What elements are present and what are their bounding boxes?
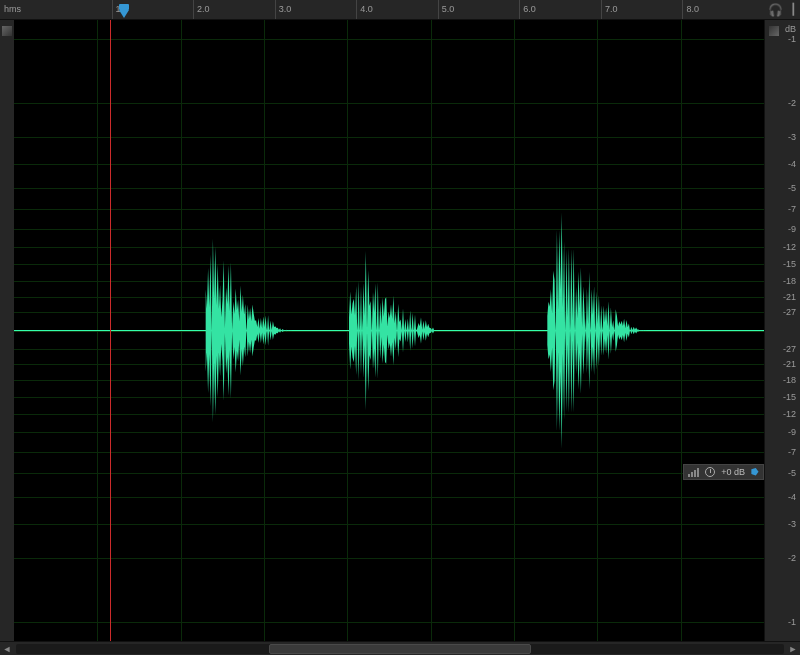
db-tick: -4	[788, 159, 796, 169]
ruler-tick: 8.0	[682, 0, 699, 19]
amplitude-gradient-icon[interactable]	[769, 26, 779, 36]
ruler-right-icons: 🎧 ┃	[764, 0, 800, 19]
level-bars-icon	[688, 467, 699, 477]
db-tick: -18	[783, 375, 796, 385]
db-tick: -1	[788, 34, 796, 44]
scrollbar-thumb[interactable]	[269, 644, 530, 654]
db-tick: -21	[783, 359, 796, 369]
db-tick: -7	[788, 204, 796, 214]
editor-main: +0 dB ⭓ dB -1-2-3-4-5-7-9-12-15-18-21-27…	[0, 20, 800, 641]
db-tick: -3	[788, 132, 796, 142]
ruler-tick: 4.0	[356, 0, 373, 19]
db-tick: -21	[783, 292, 796, 302]
scroll-right-arrow[interactable]: ►	[786, 644, 800, 654]
waveform-svg	[14, 20, 764, 641]
ruler-tick: 7.0	[601, 0, 618, 19]
db-tick: -5	[788, 183, 796, 193]
db-tick: -3	[788, 519, 796, 529]
pin-icon[interactable]: ⭓	[751, 467, 759, 477]
db-tick: -9	[788, 224, 796, 234]
ruler-tick: 2.0	[193, 0, 210, 19]
db-tick: -15	[783, 259, 796, 269]
db-tick: -27	[783, 307, 796, 317]
clock-icon	[705, 467, 715, 477]
db-tick: -12	[783, 242, 796, 252]
db-tick: -5	[788, 468, 796, 478]
timeline-ruler[interactable]: hms 1.02.03.04.05.06.07.08.09.0 🎧 ┃	[0, 0, 800, 20]
ruler-tick: 3.0	[275, 0, 292, 19]
db-tick: -2	[788, 553, 796, 563]
headphones-icon[interactable]: 🎧	[768, 3, 783, 17]
db-tick: -15	[783, 392, 796, 402]
gain-hud[interactable]: +0 dB ⭓	[683, 464, 764, 480]
db-tick: -4	[788, 492, 796, 502]
db-tick: -9	[788, 427, 796, 437]
horizontal-scrollbar[interactable]: ◄ ►	[0, 641, 800, 655]
time-unit-label: hms	[0, 0, 30, 19]
db-tick: -27	[783, 344, 796, 354]
audio-editor: hms 1.02.03.04.05.06.07.08.09.0 🎧 ┃ +0 d…	[0, 0, 800, 655]
db-tick: -7	[788, 447, 796, 457]
scrollbar-track[interactable]	[16, 644, 784, 654]
ruler-tick: 5.0	[438, 0, 455, 19]
db-tick: -18	[783, 276, 796, 286]
db-tick: -1	[788, 617, 796, 627]
db-tick: -2	[788, 98, 796, 108]
scroll-left-arrow[interactable]: ◄	[0, 644, 14, 654]
left-gutter	[0, 20, 14, 641]
playhead-marker[interactable]	[119, 10, 129, 18]
waveform-canvas[interactable]: +0 dB ⭓	[14, 20, 764, 641]
db-tick: -12	[783, 409, 796, 419]
gain-readout: +0 dB	[721, 467, 745, 477]
mic-icon[interactable]: ┃	[790, 3, 797, 16]
playhead-line[interactable]	[110, 20, 111, 641]
db-unit-label: dB	[785, 24, 796, 34]
db-scale[interactable]: dB -1-2-3-4-5-7-9-12-15-18-21-27-27-21-1…	[764, 20, 800, 641]
amplitude-gradient-icon[interactable]	[2, 26, 12, 36]
ruler-track[interactable]: 1.02.03.04.05.06.07.08.09.0	[30, 0, 764, 19]
ruler-tick: 6.0	[519, 0, 536, 19]
